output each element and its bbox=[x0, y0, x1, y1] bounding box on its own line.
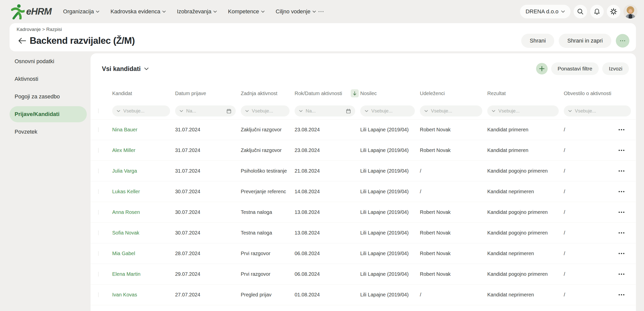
filter-input-4[interactable]: Na... bbox=[295, 105, 355, 116]
candidate-name-link[interactable]: Ivan Kovas bbox=[112, 292, 175, 298]
table-row: Ivan Kovas27.07.2024Pregled prijav01.08.… bbox=[91, 285, 636, 305]
column-header-4[interactable]: Rok/Datum aktivnosti bbox=[295, 89, 360, 97]
more-icon bbox=[623, 294, 624, 295]
column-header-3[interactable]: Zadnja aktivnost bbox=[241, 91, 295, 96]
menu-item-label: Ciljno vodenje bbox=[276, 8, 310, 15]
chevron-down-icon bbox=[492, 110, 495, 112]
row-checkbox[interactable] bbox=[98, 230, 99, 235]
notifications-button[interactable] bbox=[590, 5, 604, 18]
menu-item-kompetence[interactable]: Kompetence bbox=[228, 8, 265, 15]
sidebar-item-aktivnosti[interactable]: Aktivnosti bbox=[10, 71, 87, 87]
candidate-name-link[interactable]: Julia Varga bbox=[112, 168, 175, 174]
more-icon bbox=[318, 11, 319, 12]
row-checkbox[interactable] bbox=[98, 272, 99, 277]
filter-input-1[interactable]: Vsebuje... bbox=[112, 105, 170, 116]
filter-input-6[interactable]: Vsebuje... bbox=[420, 105, 482, 116]
participants: / bbox=[420, 168, 487, 174]
filter-input-5[interactable]: Vsebuje... bbox=[360, 105, 415, 116]
menu-item-organizacija[interactable]: Organizacija bbox=[63, 8, 99, 15]
column-header-5[interactable]: Nosilec bbox=[360, 91, 420, 96]
menu-item-ciljno-vodenje[interactable]: Ciljno vodenje bbox=[276, 8, 316, 15]
menu-item-izobra-evanja[interactable]: Izobraževanja bbox=[177, 8, 217, 15]
row-actions-button[interactable] bbox=[611, 292, 631, 298]
column-header-1[interactable]: Kandidat bbox=[112, 91, 175, 96]
plus-icon bbox=[539, 66, 545, 71]
row-actions-cell bbox=[611, 271, 636, 277]
candidate-name-link[interactable]: Nina Bauer bbox=[112, 127, 175, 133]
candidate-name-link[interactable]: Alex Miller bbox=[112, 147, 175, 153]
row-checkbox[interactable] bbox=[98, 210, 99, 215]
filter-placeholder: Na... bbox=[186, 108, 196, 114]
candidate-name-link[interactable]: Anna Rosen bbox=[112, 209, 175, 215]
filter-cell-4: Na... bbox=[295, 105, 360, 116]
user-avatar[interactable] bbox=[623, 5, 637, 19]
back-button[interactable] bbox=[17, 35, 28, 46]
filter-placeholder: Vsebuje... bbox=[498, 108, 520, 114]
column-header-label: Rezultat bbox=[487, 91, 506, 96]
row-actions-button[interactable] bbox=[611, 271, 631, 277]
column-header-2[interactable]: Datum prijave bbox=[175, 91, 241, 96]
settings-button[interactable] bbox=[607, 5, 620, 18]
row-actions-cell bbox=[611, 292, 636, 298]
candidate-name-link[interactable]: Sofia Novak bbox=[112, 230, 175, 236]
add-candidate-button[interactable] bbox=[536, 63, 548, 74]
participants: Robert Novak bbox=[420, 127, 487, 133]
filter-input-7[interactable]: Vsebuje... bbox=[487, 105, 559, 116]
row-actions-button[interactable] bbox=[611, 250, 631, 257]
save-button[interactable]: Shrani bbox=[521, 34, 554, 48]
filter-cell-3: Vsebuje... bbox=[241, 105, 295, 116]
column-header-7[interactable]: Rezultat bbox=[487, 91, 564, 96]
search-button[interactable] bbox=[574, 5, 587, 18]
applied-date: 28.07.2024 bbox=[175, 251, 241, 256]
sidebar-item-prijave-kandidati[interactable]: Prijave/Kandidati bbox=[10, 106, 87, 122]
menu-item-kadrovska-evidenca[interactable]: Kadrovska evidenca bbox=[110, 8, 166, 15]
row-actions-button[interactable] bbox=[611, 127, 631, 133]
row-actions-button[interactable] bbox=[611, 230, 631, 236]
last-activity: Testna naloga bbox=[241, 209, 295, 215]
row-checkbox[interactable] bbox=[98, 189, 99, 194]
filter-input-2[interactable]: Na... bbox=[175, 105, 236, 116]
bell-icon bbox=[593, 8, 600, 15]
sort-descending-indicator[interactable] bbox=[351, 89, 359, 97]
candidate-name-link[interactable]: Elena Martin bbox=[112, 271, 175, 277]
more-icon bbox=[621, 170, 622, 172]
table-row: Sofia Novak30.07.2024Testna naloga13.08.… bbox=[91, 223, 636, 243]
row-actions-button[interactable] bbox=[611, 147, 631, 153]
chevron-down-icon bbox=[162, 11, 166, 13]
row-actions-button[interactable] bbox=[611, 209, 631, 215]
row-checkbox[interactable] bbox=[98, 127, 99, 132]
activity-due-date: 14.08.2024 bbox=[295, 189, 360, 195]
select-all-checkbox[interactable] bbox=[98, 108, 99, 113]
row-actions-button[interactable] bbox=[611, 188, 631, 195]
breadcrumb[interactable]: Kadrovanje > Razpisi bbox=[17, 27, 629, 32]
logo-link[interactable]: eHRM bbox=[11, 4, 52, 19]
activity-notification: / bbox=[564, 147, 611, 153]
sidebar-item-pogoji-za-zasedbo[interactable]: Pogoji za zasedbo bbox=[10, 89, 87, 105]
activity-due-date: 06.08.2024 bbox=[295, 251, 360, 256]
filter-input-3[interactable]: Vsebuje... bbox=[241, 105, 290, 116]
row-checkbox[interactable] bbox=[98, 169, 99, 173]
header-more-button[interactable] bbox=[616, 34, 629, 48]
row-actions-cell bbox=[611, 188, 636, 195]
more-icon bbox=[621, 294, 622, 295]
column-header-8[interactable]: Obvestilo o aktivnosti bbox=[564, 91, 611, 96]
export-button[interactable]: Izvozi bbox=[602, 62, 629, 75]
row-checkbox[interactable] bbox=[98, 251, 99, 256]
column-header-6[interactable]: Udeleženci bbox=[420, 91, 487, 96]
candidate-name-link[interactable]: Mia Gabel bbox=[112, 251, 175, 256]
row-checkbox[interactable] bbox=[98, 148, 99, 153]
view-selector[interactable]: Vsi kandidati bbox=[102, 65, 149, 72]
reset-filters-button[interactable]: Ponastavi filtre bbox=[551, 62, 599, 75]
organization-selector[interactable]: DRENA d.o.o bbox=[520, 5, 571, 18]
chevron-down-icon bbox=[312, 11, 316, 13]
more-icon bbox=[621, 274, 622, 275]
save-and-close-button[interactable]: Shrani in zapri bbox=[559, 34, 611, 48]
main-menu: OrganizacijaKadrovska evidencaIzobraževa… bbox=[63, 8, 316, 15]
row-actions-button[interactable] bbox=[611, 168, 631, 174]
sidebar-item-povzetek[interactable]: Povzetek bbox=[10, 124, 87, 140]
nav-more-menu[interactable] bbox=[317, 9, 325, 15]
filter-input-8[interactable]: Vsebuje... bbox=[564, 105, 631, 116]
sidebar-item-osnovni-podatki[interactable]: Osnovni podatki bbox=[10, 53, 87, 69]
row-checkbox[interactable] bbox=[98, 292, 99, 297]
candidate-name-link[interactable]: Lukas Keller bbox=[112, 189, 175, 195]
